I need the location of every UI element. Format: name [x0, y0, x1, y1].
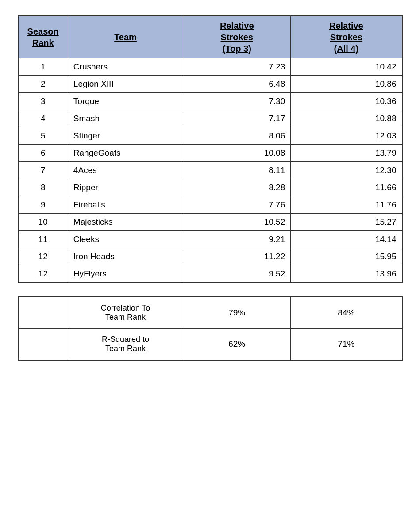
rank-cell: 12 [18, 248, 68, 265]
top3-cell: 8.06 [183, 127, 291, 145]
table-row: 5Stinger8.0612.03 [18, 127, 402, 145]
stats-empty-2 [18, 329, 68, 361]
team-cell: RangeGoats [68, 145, 183, 162]
rank-cell: 5 [18, 127, 68, 145]
top3-cell: 8.11 [183, 162, 291, 179]
col3-header: RelativeStrokes(Top 3) [183, 16, 291, 58]
team-cell: 4Aces [68, 162, 183, 179]
team-cell: Fireballs [68, 196, 183, 214]
top3-cell: 8.28 [183, 179, 291, 196]
table-row: 11Cleeks9.2114.14 [18, 231, 402, 248]
team-cell: Crushers [68, 58, 183, 76]
correlation-row: Correlation ToTeam Rank 79% 84% [18, 297, 402, 329]
table-row: 1Crushers7.2310.42 [18, 58, 402, 76]
top3-cell: 7.17 [183, 110, 291, 127]
rank-cell: 4 [18, 110, 68, 127]
all4-cell: 10.42 [291, 58, 402, 76]
all4-cell: 12.30 [291, 162, 402, 179]
all4-cell: 10.88 [291, 110, 402, 127]
top3-cell: 10.52 [183, 214, 291, 231]
all4-cell: 12.03 [291, 127, 402, 145]
table-row: 3Torque7.3010.36 [18, 93, 402, 110]
rank-cell: 1 [18, 58, 68, 76]
table-row: 4Smash7.1710.88 [18, 110, 402, 127]
table-row: 2Legion XIII6.4810.86 [18, 76, 402, 93]
stats-table: Correlation ToTeam Rank 79% 84% R-Square… [18, 296, 403, 361]
rsquared-row: R-Squared toTeam Rank 62% 71% [18, 329, 402, 361]
rank-cell: 2 [18, 76, 68, 93]
rank-cell: 7 [18, 162, 68, 179]
rsquared-all4: 71% [291, 329, 402, 361]
rank-cell: 9 [18, 196, 68, 214]
rank-cell: 12 [18, 265, 68, 283]
correlation-all4: 84% [291, 297, 402, 329]
page-container: SeasonRank Team RelativeStrokes(Top 3) R… [11, 9, 409, 367]
table-row: 12HyFlyers9.5213.96 [18, 265, 402, 283]
header-row: SeasonRank Team RelativeStrokes(Top 3) R… [18, 16, 402, 58]
team-cell: Majesticks [68, 214, 183, 231]
team-cell: Iron Heads [68, 248, 183, 265]
all4-cell: 13.79 [291, 145, 402, 162]
col2-header: Team [68, 16, 183, 58]
all4-cell: 10.36 [291, 93, 402, 110]
team-cell: Smash [68, 110, 183, 127]
rsquared-label: R-Squared toTeam Rank [68, 329, 183, 361]
rsquared-top3: 62% [183, 329, 291, 361]
table-row: 9Fireballs7.7611.76 [18, 196, 402, 214]
rank-cell: 11 [18, 231, 68, 248]
rank-cell: 3 [18, 93, 68, 110]
team-cell: Cleeks [68, 231, 183, 248]
top3-cell: 10.08 [183, 145, 291, 162]
all4-cell: 15.95 [291, 248, 402, 265]
table-row: 74Aces8.1112.30 [18, 162, 402, 179]
team-cell: Legion XIII [68, 76, 183, 93]
table-row: 8Ripper8.2811.66 [18, 179, 402, 196]
table-row: 6RangeGoats10.0813.79 [18, 145, 402, 162]
all4-cell: 15.27 [291, 214, 402, 231]
top3-cell: 11.22 [183, 248, 291, 265]
top3-cell: 6.48 [183, 76, 291, 93]
all4-cell: 11.76 [291, 196, 402, 214]
correlation-label: Correlation ToTeam Rank [68, 297, 183, 329]
top3-cell: 9.21 [183, 231, 291, 248]
correlation-top3: 79% [183, 297, 291, 329]
team-cell: Torque [68, 93, 183, 110]
top3-cell: 7.30 [183, 93, 291, 110]
col4-header: RelativeStrokes(All 4) [291, 16, 402, 58]
all4-cell: 10.86 [291, 76, 402, 93]
top3-cell: 9.52 [183, 265, 291, 283]
main-table: SeasonRank Team RelativeStrokes(Top 3) R… [18, 15, 403, 283]
rank-cell: 6 [18, 145, 68, 162]
rank-cell: 8 [18, 179, 68, 196]
top3-cell: 7.76 [183, 196, 291, 214]
col1-header: SeasonRank [18, 16, 68, 58]
table-row: 12Iron Heads11.2215.95 [18, 248, 402, 265]
all4-cell: 11.66 [291, 179, 402, 196]
rank-cell: 10 [18, 214, 68, 231]
stats-empty-1 [18, 297, 68, 329]
table-row: 10Majesticks10.5215.27 [18, 214, 402, 231]
team-cell: HyFlyers [68, 265, 183, 283]
team-cell: Stinger [68, 127, 183, 145]
team-cell: Ripper [68, 179, 183, 196]
all4-cell: 14.14 [291, 231, 402, 248]
all4-cell: 13.96 [291, 265, 402, 283]
top3-cell: 7.23 [183, 58, 291, 76]
